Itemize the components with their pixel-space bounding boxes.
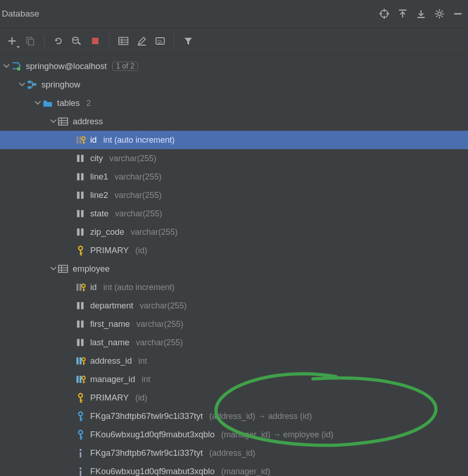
stop-button[interactable] — [88, 34, 103, 48]
pk-detail: (id) — [135, 393, 147, 403]
hide-panel-icon[interactable] — [452, 8, 463, 19]
locate-icon[interactable] — [379, 8, 390, 19]
column-type: int (auto increment) — [103, 135, 174, 145]
column-icon — [75, 227, 86, 237]
table-label: employee — [73, 264, 110, 274]
tables-group-node[interactable]: tables 2 — [0, 94, 468, 112]
settings-icon[interactable] — [434, 8, 445, 19]
column-node[interactable]: department varchar(255) — [0, 296, 468, 315]
column-node[interactable]: first_name varchar(255) — [0, 315, 468, 333]
column-type: varchar(255) — [115, 209, 162, 219]
table-node-employee[interactable]: employee — [0, 260, 468, 278]
index-detail: (address_id) — [209, 448, 255, 458]
column-node[interactable]: zip_code varchar(255) — [0, 223, 468, 241]
database-tree[interactable]: springhow@localhost 1 of 2 springhow tab… — [0, 54, 468, 476]
index-icon — [75, 448, 86, 458]
column-fk-icon — [75, 356, 86, 366]
chevron-down-icon[interactable] — [18, 81, 26, 88]
pk-label: PRIMARY — [90, 245, 129, 255]
column-node[interactable]: line1 varchar(255) — [0, 168, 468, 186]
primary-key-icon — [75, 393, 86, 403]
table-node-address[interactable]: address — [0, 112, 468, 131]
column-node[interactable]: last_name varchar(255) — [0, 333, 468, 352]
expand-all-icon[interactable] — [416, 8, 427, 19]
separator — [109, 35, 110, 47]
column-type: int (auto increment) — [103, 283, 174, 292]
index-label: FKou6wbxug1d0qf9mabut3xqblo — [90, 466, 215, 476]
column-icon — [75, 337, 86, 348]
column-type: varchar(255) — [140, 301, 187, 311]
column-type: varchar(255) — [136, 338, 183, 348]
primary-key-node[interactable]: PRIMARY (id) — [0, 241, 468, 260]
edit-button[interactable] — [134, 34, 149, 48]
column-label: first_name — [90, 319, 130, 329]
fk-label: FKga73hdtpb67twlr9c1i337tyt — [90, 411, 203, 421]
fk-detail: (manager_id) → employee (id) — [221, 430, 334, 440]
tables-count: 2 — [86, 99, 91, 108]
pk-detail: (id) — [135, 246, 147, 255]
column-node[interactable]: line2 varchar(255) — [0, 186, 468, 204]
index-node[interactable]: FKga73hdtpb67twlr9c1i337tyt (address_id) — [0, 444, 468, 462]
datasource-node[interactable]: springhow@localhost 1 of 2 — [0, 57, 468, 75]
foreign-key-icon — [75, 430, 86, 440]
column-label: manager_id — [90, 374, 135, 384]
index-detail: (manager_id) — [221, 467, 271, 476]
pk-label: PRIMARY — [90, 393, 129, 403]
chevron-down-icon[interactable] — [50, 118, 57, 125]
column-node[interactable]: state varchar(255) — [0, 204, 468, 223]
column-fk-icon — [75, 374, 86, 384]
table-label: address — [73, 116, 103, 127]
primary-key-node[interactable]: PRIMARY (id) — [0, 389, 468, 407]
column-icon — [75, 319, 86, 329]
column-icon — [75, 172, 86, 182]
column-type: int — [139, 356, 147, 366]
column-icon — [75, 301, 86, 311]
index-node[interactable]: FKou6wbxug1d0qf9mabut3xqblo (manager_id) — [0, 462, 468, 476]
chevron-down-icon[interactable] — [50, 265, 57, 273]
panel-title: Database — [2, 9, 39, 19]
folder-icon — [42, 98, 52, 108]
table-view-button[interactable] — [116, 34, 131, 48]
column-label: id — [90, 135, 97, 145]
open-console-button[interactable] — [153, 34, 168, 48]
toolbar — [0, 28, 468, 54]
column-type: varchar(255) — [110, 154, 156, 163]
column-label: address_id — [90, 356, 132, 366]
chevron-down-icon[interactable] — [3, 63, 10, 70]
column-node[interactable]: city varchar(255) — [0, 149, 468, 168]
column-label: last_name — [90, 337, 129, 348]
add-button[interactable] — [5, 34, 19, 48]
datasource-badge: 1 of 2 — [112, 62, 138, 71]
fk-detail: (address_id) → address (id) — [209, 412, 312, 421]
column-label: zip_code — [90, 227, 124, 237]
column-node[interactable]: id int (auto increment) — [0, 278, 468, 296]
foreign-key-node[interactable]: FKga73hdtpb67twlr9c1i337tyt (address_id)… — [0, 407, 468, 425]
column-type: varchar(255) — [131, 227, 178, 237]
refresh-button[interactable] — [51, 34, 66, 48]
column-pk-icon — [75, 135, 86, 145]
column-label: id — [90, 282, 97, 292]
collapse-all-icon[interactable] — [397, 8, 408, 19]
column-icon — [75, 209, 86, 219]
column-type: int — [142, 375, 150, 384]
filter-button[interactable] — [181, 34, 196, 48]
column-label: line2 — [90, 190, 108, 200]
column-label: state — [90, 209, 109, 219]
column-node[interactable]: address_id int — [0, 352, 468, 370]
column-icon — [75, 153, 86, 163]
chevron-down-icon[interactable] — [34, 99, 41, 107]
column-node[interactable]: manager_id int — [0, 370, 468, 389]
schema-icon — [27, 80, 37, 90]
manage-datasources-button[interactable] — [69, 34, 84, 48]
column-icon — [75, 190, 86, 200]
tables-group-label: tables — [57, 98, 80, 108]
foreign-key-icon — [75, 411, 86, 421]
database-tool-window: Database springhow@localhost 1 of 2 — [0, 0, 468, 476]
column-node[interactable]: id int (auto increment) — [0, 131, 468, 149]
column-type: varchar(255) — [136, 319, 183, 329]
foreign-key-node[interactable]: FKou6wbxug1d0qf9mabut3xqblo (manager_id)… — [0, 425, 468, 444]
fk-label: FKou6wbxug1d0qf9mabut3xqblo — [90, 430, 215, 440]
schema-node[interactable]: springhow — [0, 75, 468, 94]
column-pk-icon — [75, 282, 86, 292]
table-icon — [58, 116, 68, 127]
